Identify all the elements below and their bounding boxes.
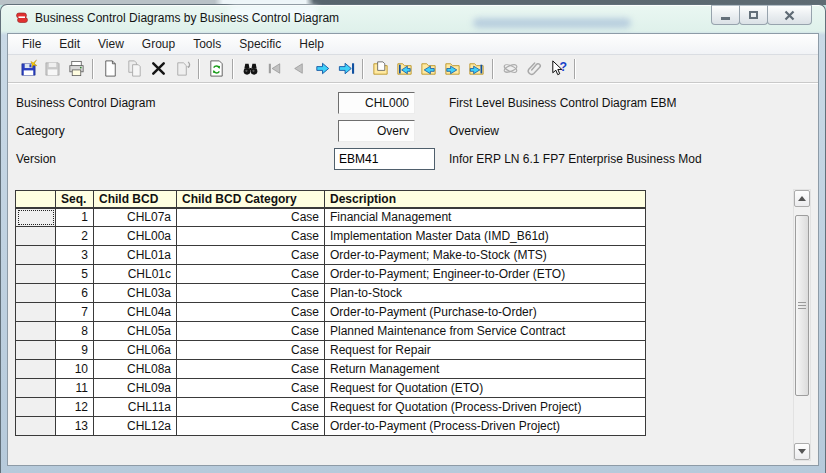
menu-item-help[interactable]: Help: [290, 34, 333, 54]
row-selector[interactable]: [16, 284, 56, 303]
row-selector[interactable]: [16, 360, 56, 379]
table-row[interactable]: 13 CHL12a Case Order-to-Payment (Process…: [16, 417, 646, 436]
row-selector[interactable]: [16, 417, 56, 436]
cell-category[interactable]: Case: [177, 360, 325, 379]
cell-child-bcd[interactable]: CHL01c: [94, 265, 177, 284]
new-group-button[interactable]: [368, 57, 392, 81]
cell-description[interactable]: Order-to-Payment; Make-to-Stock (MTS): [325, 246, 646, 265]
row-selector[interactable]: [16, 398, 56, 417]
cell-seq[interactable]: 3: [56, 246, 94, 265]
menu-item-group[interactable]: Group: [133, 34, 184, 54]
row-selector[interactable]: [16, 208, 56, 227]
table-row[interactable]: 9 CHL06a Case Request for Repair: [16, 341, 646, 360]
column-header-child-bcd[interactable]: Child BCD: [94, 191, 177, 208]
cell-category[interactable]: Case: [177, 246, 325, 265]
table-row[interactable]: 6 CHL03a Case Plan-to-Stock: [16, 284, 646, 303]
maximize-button[interactable]: [739, 5, 768, 25]
table-row[interactable]: 10 CHL08a Case Return Management: [16, 360, 646, 379]
cell-description[interactable]: Order-to-Payment; Engineer-to-Order (ETO…: [325, 265, 646, 284]
cell-description[interactable]: Financial Management: [325, 208, 646, 227]
row-selector[interactable]: [16, 227, 56, 246]
cell-description[interactable]: Order-to-Payment (Process-Driven Project…: [325, 417, 646, 436]
column-header-description[interactable]: Description: [325, 191, 646, 208]
print-button[interactable]: [64, 57, 88, 81]
scroll-thumb[interactable]: [795, 215, 809, 396]
last-group-button[interactable]: [464, 57, 488, 81]
field-value-bcd[interactable]: CHL000: [338, 92, 415, 114]
cell-child-bcd[interactable]: CHL03a: [94, 284, 177, 303]
cell-seq[interactable]: 7: [56, 303, 94, 322]
cell-child-bcd[interactable]: CHL06a: [94, 341, 177, 360]
table-row[interactable]: 3 CHL01a Case Order-to-Payment; Make-to-…: [16, 246, 646, 265]
titlebar[interactable]: Business Control Diagrams by Business Co…: [1, 5, 825, 33]
menu-item-tools[interactable]: Tools: [184, 34, 230, 54]
cell-description[interactable]: Implementation Master Data (IMD_B61d): [325, 227, 646, 246]
cell-child-bcd[interactable]: CHL00a: [94, 227, 177, 246]
row-selector[interactable]: [16, 246, 56, 265]
cell-description[interactable]: Request for Quotation (ETO): [325, 379, 646, 398]
context-help-button[interactable]: ?: [546, 57, 570, 81]
cell-child-bcd[interactable]: CHL12a: [94, 417, 177, 436]
cell-child-bcd[interactable]: CHL09a: [94, 379, 177, 398]
menu-item-view[interactable]: View: [89, 34, 133, 54]
cell-seq[interactable]: 8: [56, 322, 94, 341]
scroll-down-button[interactable]: [794, 443, 810, 460]
cell-child-bcd[interactable]: CHL07a: [94, 208, 177, 227]
field-value-category[interactable]: Overv: [338, 120, 415, 142]
field-input-version[interactable]: [334, 148, 435, 170]
cell-description[interactable]: Request for Repair: [325, 341, 646, 360]
last-record-button[interactable]: [334, 57, 358, 81]
new-record-button[interactable]: [98, 57, 122, 81]
table-row[interactable]: 12 CHL11a Case Request for Quotation (Pr…: [16, 398, 646, 417]
cell-category[interactable]: Case: [177, 208, 325, 227]
cell-seq[interactable]: 10: [56, 360, 94, 379]
cell-category[interactable]: Case: [177, 227, 325, 246]
cell-child-bcd[interactable]: CHL08a: [94, 360, 177, 379]
close-button[interactable]: [767, 5, 812, 25]
cell-category[interactable]: Case: [177, 284, 325, 303]
menu-item-edit[interactable]: Edit: [50, 34, 89, 54]
table-row[interactable]: 5 CHL01c Case Order-to-Payment; Engineer…: [16, 265, 646, 284]
table-row[interactable]: 1 CHL07a Case Financial Management: [16, 208, 646, 227]
cell-category[interactable]: Case: [177, 303, 325, 322]
cell-seq[interactable]: 13: [56, 417, 94, 436]
row-selector[interactable]: [16, 341, 56, 360]
next-record-button[interactable]: [310, 57, 334, 81]
cell-seq[interactable]: 9: [56, 341, 94, 360]
cell-seq[interactable]: 12: [56, 398, 94, 417]
cell-child-bcd[interactable]: CHL05a: [94, 322, 177, 341]
row-selector[interactable]: [16, 379, 56, 398]
cell-category[interactable]: Case: [177, 398, 325, 417]
cell-category[interactable]: Case: [177, 341, 325, 360]
table-row[interactable]: 7 CHL04a Case Order-to-Payment (Purchase…: [16, 303, 646, 322]
vertical-scrollbar[interactable]: [793, 189, 811, 461]
table-row[interactable]: 2 CHL00a Case Implementation Master Data…: [16, 227, 646, 246]
menu-item-file[interactable]: File: [13, 34, 50, 54]
cell-seq[interactable]: 6: [56, 284, 94, 303]
next-group-button[interactable]: [440, 57, 464, 81]
column-header-category[interactable]: Child BCD Category: [177, 191, 325, 208]
cell-seq[interactable]: 11: [56, 379, 94, 398]
cell-category[interactable]: Case: [177, 379, 325, 398]
scroll-up-button[interactable]: [794, 190, 810, 207]
delete-record-button[interactable]: [146, 57, 170, 81]
cell-child-bcd[interactable]: CHL11a: [94, 398, 177, 417]
previous-group-button[interactable]: [416, 57, 440, 81]
column-header-seq[interactable]: Seq.: [56, 191, 94, 208]
first-group-button[interactable]: [392, 57, 416, 81]
menu-item-specific[interactable]: Specific: [230, 34, 290, 54]
cell-category[interactable]: Case: [177, 322, 325, 341]
cell-seq[interactable]: 5: [56, 265, 94, 284]
cell-seq[interactable]: 1: [56, 208, 94, 227]
cell-description[interactable]: Order-to-Payment (Purchase-to-Order): [325, 303, 646, 322]
cell-category[interactable]: Case: [177, 417, 325, 436]
row-selector[interactable]: [16, 322, 56, 341]
row-selector[interactable]: [16, 303, 56, 322]
save-and-exit-button[interactable]: [16, 57, 40, 81]
cell-category[interactable]: Case: [177, 265, 325, 284]
cell-child-bcd[interactable]: CHL01a: [94, 246, 177, 265]
minimize-button[interactable]: [711, 5, 740, 25]
row-selector[interactable]: [16, 265, 56, 284]
find-button[interactable]: [238, 57, 262, 81]
refresh-button[interactable]: [204, 57, 228, 81]
